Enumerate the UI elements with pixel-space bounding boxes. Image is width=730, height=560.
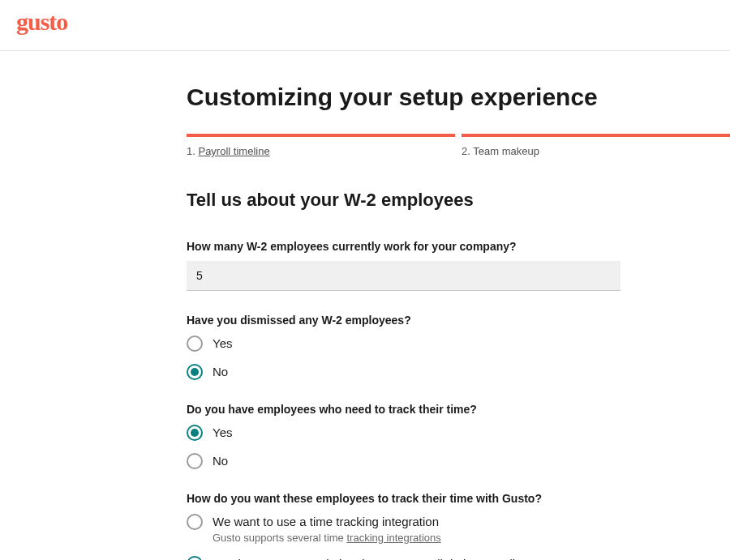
radio-label: No <box>213 363 228 380</box>
header: gusto <box>0 0 730 51</box>
radio-label: Yes <box>213 424 232 441</box>
radio-label: We want to use a time tracking integrati… <box>213 513 441 530</box>
employee-count-input[interactable] <box>187 261 620 291</box>
radio-icon <box>187 364 203 380</box>
track-time-radio-no[interactable]: No <box>187 452 620 469</box>
radio-subtext: Gusto supports several time tracking int… <box>213 532 441 544</box>
radio-label: We don't want to track time in Gusto—we'… <box>213 555 522 560</box>
progress-step-1-label: 1. Payroll timeline <box>187 145 455 157</box>
radio-icon <box>187 336 203 352</box>
dismissed-label: Have you dismissed any W-2 employees? <box>187 314 620 327</box>
radio-icon <box>187 514 203 530</box>
track-time-radio-yes[interactable]: Yes <box>187 424 620 441</box>
progress-bar-1 <box>187 134 455 137</box>
progress-step-2: 2. Team makeup <box>462 134 730 157</box>
question-dismissed: Have you dismissed any W-2 employees? Ye… <box>187 314 620 380</box>
track-method-radio-manual[interactable]: We don't want to track time in Gusto—we'… <box>187 555 620 560</box>
radio-icon <box>187 425 203 441</box>
section-title: Tell us about your W-2 employees <box>187 190 730 211</box>
progress-bar-2 <box>462 134 730 137</box>
gusto-logo: gusto <box>16 8 714 36</box>
employee-count-label: How many W-2 employees currently work fo… <box>187 240 620 253</box>
question-employee-count: How many W-2 employees currently work fo… <box>187 240 620 291</box>
radio-icon <box>187 453 203 469</box>
track-method-label: How do you want these employees to track… <box>187 492 620 505</box>
progress-step-2-label: 2. Team makeup <box>462 145 730 157</box>
dismissed-radio-yes[interactable]: Yes <box>187 335 620 352</box>
progress-steps: 1. Payroll timeline 2. Team makeup <box>187 134 730 157</box>
dismissed-radio-no[interactable]: No <box>187 363 620 380</box>
track-method-radio-integration[interactable]: We want to use a time tracking integrati… <box>187 513 620 544</box>
question-track-time: Do you have employees who need to track … <box>187 403 620 469</box>
main-content: Customizing your setup experience 1. Pay… <box>0 51 730 560</box>
question-track-method: How do you want these employees to track… <box>187 492 620 560</box>
radio-label: No <box>213 452 228 469</box>
track-time-label: Do you have employees who need to track … <box>187 403 620 416</box>
radio-label: Yes <box>213 335 232 352</box>
progress-step-1: 1. Payroll timeline <box>187 134 455 157</box>
page-title: Customizing your setup experience <box>187 83 730 111</box>
payroll-timeline-link[interactable]: Payroll timeline <box>198 145 269 157</box>
tracking-integrations-link[interactable]: tracking integrations <box>346 532 440 544</box>
radio-icon <box>187 556 203 560</box>
